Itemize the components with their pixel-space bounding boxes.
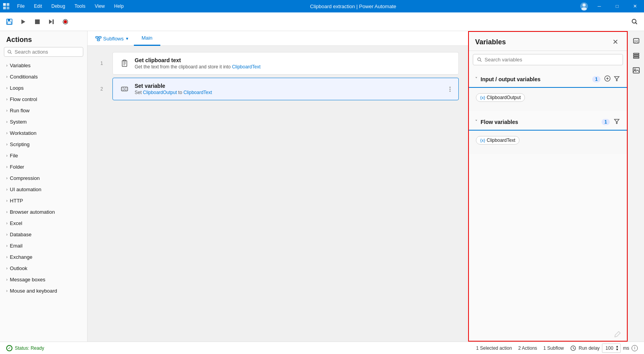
clipboard-output-chip[interactable]: {x} ClipboardOutput	[476, 93, 525, 102]
section-actions	[613, 117, 621, 127]
sidebar-item-conditionals[interactable]: ›Conditionals	[0, 71, 87, 82]
svg-rect-2	[3, 7, 6, 9]
run-delay-area: Run delay 100 ▲ ▼ ms i	[570, 344, 638, 353]
actions-list: ›Variables ›Conditionals ›Loops ›Flow co…	[0, 60, 87, 342]
stop-button[interactable]	[31, 16, 44, 28]
app-body: Actions ›Variables ›Conditionals ›Loops …	[0, 12, 644, 354]
search-actions-input[interactable]	[15, 49, 80, 55]
clipboard-text-var-link[interactable]: ClipboardText	[232, 64, 260, 70]
tab-main[interactable]: Main	[134, 31, 160, 46]
flow-action-1[interactable]: 1 Get clipboard text Get the text from t…	[112, 52, 459, 75]
variables-search-box[interactable]	[473, 54, 623, 65]
sidebar-item-file[interactable]: ›File	[0, 150, 87, 161]
run-button[interactable]	[17, 16, 30, 28]
sidebar-item-system[interactable]: ›System	[0, 116, 87, 127]
variables-panel-toggle[interactable]: {x}	[630, 34, 643, 47]
svg-point-45	[634, 69, 636, 70]
edit-icon	[613, 330, 621, 338]
actions-heading: Actions	[0, 31, 87, 47]
chevron-icon: ›	[6, 120, 7, 124]
clipboard-output-var-link[interactable]: ClipboardOutput	[143, 90, 177, 95]
svg-point-5	[583, 3, 586, 7]
sidebar-item-message-boxes[interactable]: ›Message boxes	[0, 274, 87, 285]
svg-marker-37	[614, 77, 619, 81]
more-options-button[interactable]	[448, 85, 452, 93]
svg-rect-22	[97, 39, 100, 41]
input-output-section-title: Input / output variables	[481, 76, 589, 82]
search-variables-input[interactable]	[484, 57, 619, 63]
svg-line-48	[573, 348, 574, 349]
sidebar-item-compression[interactable]: ›Compression	[0, 173, 87, 184]
layers-button[interactable]	[630, 49, 643, 62]
sidebar-item-ui-automation[interactable]: ›UI automation	[0, 184, 87, 195]
menu-view[interactable]: View	[90, 0, 109, 12]
step-button[interactable]	[45, 16, 58, 28]
variables-panel: Variables ✕ ˅ Input / output variables 1	[468, 31, 628, 342]
menu-help[interactable]: Help	[109, 0, 128, 12]
sidebar-item-flow-control[interactable]: ›Flow control	[0, 94, 87, 105]
editor-area: Subflows ▼ Main 1 Get clipboard text	[88, 31, 468, 342]
variables-close-button[interactable]: ✕	[610, 37, 621, 47]
variable-chip-icon: {x}	[480, 138, 485, 143]
subflows-button[interactable]: Subflows ▼	[91, 31, 134, 45]
action-title-1: Get clipboard text	[135, 57, 452, 63]
svg-point-18	[8, 50, 11, 53]
sidebar-item-mouse-keyboard[interactable]: ›Mouse and keyboard	[0, 285, 87, 296]
sidebar-item-scripting[interactable]: ›Scripting	[0, 139, 87, 150]
flow-canvas[interactable]: 1 Get clipboard text Get the text from t…	[88, 46, 468, 342]
actions-search-box[interactable]	[4, 47, 83, 57]
filter-flow-variables-button[interactable]	[613, 117, 621, 127]
subflow-count: 1 Subflow	[543, 345, 564, 351]
image-button[interactable]	[630, 64, 643, 77]
minimize-button[interactable]: ─	[590, 0, 608, 12]
sidebar-item-database[interactable]: ›Database	[0, 229, 87, 240]
search-button[interactable]	[628, 16, 641, 28]
sidebar-item-browser-automation[interactable]: ›Browser automation	[0, 206, 87, 218]
maximize-button[interactable]: □	[608, 0, 626, 12]
run-delay-info-icon[interactable]: i	[632, 345, 638, 351]
menu-edit[interactable]: Edit	[29, 0, 47, 12]
sidebar-item-outlook[interactable]: ›Outlook	[0, 263, 87, 274]
chevron-icon: ›	[6, 244, 7, 248]
svg-text:{x}: {x}	[123, 87, 127, 91]
clipboard-text-var-link-2[interactable]: ClipboardText	[183, 90, 212, 95]
sidebar-item-loops[interactable]: ›Loops	[0, 82, 87, 94]
variables-body: ˅ Input / output variables 1	[469, 68, 627, 327]
svg-rect-11	[35, 19, 40, 24]
status-ok-icon: ✓	[6, 345, 12, 351]
run-delay-down-button[interactable]: ▼	[616, 348, 619, 351]
menu-debug[interactable]: Debug	[47, 0, 70, 12]
selected-actions-count: 1 Selected action	[476, 345, 512, 351]
chevron-icon: ›	[6, 63, 7, 68]
chevron-icon: ›	[6, 86, 7, 90]
status-indicator: ✓ Status: Ready	[6, 345, 44, 351]
sidebar-item-variables[interactable]: ›Variables	[0, 60, 87, 71]
clipboard-icon	[119, 58, 130, 69]
save-button[interactable]	[3, 16, 16, 28]
clipboard-output-label: ClipboardOutput	[487, 95, 521, 100]
svg-point-6	[581, 7, 587, 10]
right-icons-panel: {x}	[628, 31, 644, 342]
record-button[interactable]	[59, 16, 72, 28]
sidebar-item-run-flow[interactable]: ›Run flow	[0, 105, 87, 116]
sidebar-item-email[interactable]: ›Email	[0, 240, 87, 251]
filter-variables-button[interactable]	[613, 75, 621, 84]
sidebar-item-exchange[interactable]: ›Exchange	[0, 251, 87, 263]
sidebar-item-http[interactable]: ›HTTP	[0, 195, 87, 206]
flow-variable-chips: {x} ClipboardText	[469, 131, 627, 154]
menu-file[interactable]: File	[12, 0, 29, 12]
close-button[interactable]: ✕	[626, 0, 644, 12]
flow-variables-section-header[interactable]: ˅ Flow variables 1	[469, 114, 627, 131]
sidebar-item-workstation[interactable]: ›Workstation	[0, 127, 87, 139]
sidebar-item-excel[interactable]: ›Excel	[0, 218, 87, 229]
add-variable-button[interactable]	[604, 75, 611, 84]
user-avatar[interactable]	[578, 0, 590, 12]
clipboard-text-chip[interactable]: {x} ClipboardText	[476, 136, 519, 145]
toolbar	[0, 12, 644, 31]
edit-icon-area	[469, 327, 627, 341]
menu-tools[interactable]: Tools	[70, 0, 90, 12]
input-output-section-header[interactable]: ˅ Input / output variables 1	[469, 71, 627, 88]
section-actions	[604, 75, 621, 84]
sidebar-item-folder[interactable]: ›Folder	[0, 161, 87, 173]
flow-action-2[interactable]: 2 {x} Set variable Set ClipboardOutput t…	[112, 78, 459, 100]
